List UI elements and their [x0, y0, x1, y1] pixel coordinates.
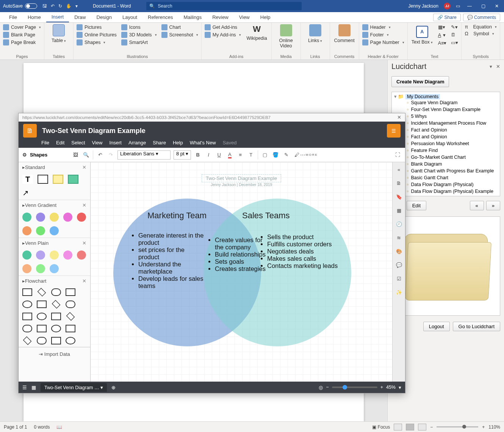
flow-shape[interactable] [22, 301, 32, 308]
page-number-button[interactable]: Page Number [362, 39, 404, 45]
section-close-icon[interactable]: ✕ [82, 164, 86, 170]
tree-item[interactable]: Persuasion Map Worksheet [394, 140, 498, 147]
collapse-rail-icon[interactable]: « [396, 167, 402, 174]
tab-mailings[interactable]: Mailings [178, 12, 207, 22]
venn-right-circle[interactable] [203, 199, 351, 346]
signature-icon[interactable]: ✎▾ [451, 24, 458, 30]
autosave-toggle[interactable]: AutoSave [3, 3, 37, 9]
chip[interactable] [50, 264, 59, 273]
flow-shape[interactable] [52, 300, 61, 309]
zoom-out-icon[interactable]: − [326, 385, 329, 390]
note-shape[interactable] [53, 175, 63, 184]
tab-home[interactable]: Home [22, 12, 46, 22]
shapes-gear-icon[interactable]: ⚙ [22, 152, 27, 158]
menu-insert[interactable]: Insert [109, 140, 122, 146]
chip[interactable] [63, 213, 72, 222]
online-pictures-button[interactable]: Online Pictures [77, 32, 117, 38]
chart-button[interactable]: Chart [161, 24, 198, 30]
image-icon[interactable]: 🖼 [72, 151, 79, 159]
paint-icon[interactable]: 🪣 [272, 151, 279, 159]
toggle-icon[interactable] [25, 3, 37, 9]
search-box[interactable]: 🔍 Search [146, 2, 302, 10]
flow-shape[interactable] [38, 288, 46, 297]
my-addins-button[interactable]: My Add-ins [205, 32, 241, 38]
chip[interactable] [22, 226, 31, 235]
search-shapes-icon[interactable]: 🔍 [82, 151, 90, 159]
flow-shape[interactable] [37, 337, 47, 344]
bookmark-icon[interactable]: 🔖 [396, 194, 402, 201]
chip[interactable] [22, 264, 31, 273]
flow-shape[interactable] [66, 337, 75, 344]
fill-icon[interactable]: ▢ [261, 151, 269, 159]
tree-item[interactable]: Blank Diagram [394, 161, 498, 167]
panel-close-icon[interactable]: ✕ [496, 64, 500, 69]
hamburger-icon[interactable]: ☰ [387, 124, 401, 138]
tree-item[interactable]: Incident Management Process Flow [394, 120, 498, 127]
links-button[interactable]: Links [304, 24, 327, 43]
tree-item[interactable]: Basic Gantt Chart [394, 174, 498, 181]
edit-button[interactable]: Edit [407, 201, 426, 210]
save-icon[interactable]: 🖫 [42, 3, 47, 9]
object-icon[interactable]: ▭▾ [451, 40, 458, 45]
minimize-icon[interactable]: — [465, 3, 474, 9]
text-box-button[interactable]: AText Box [411, 24, 434, 46]
arrow-shape[interactable]: ↗ [22, 188, 29, 197]
chip[interactable] [36, 226, 45, 235]
tree-item[interactable]: 5 Whys [394, 113, 498, 120]
fullscreen-icon[interactable]: ⛶ [394, 151, 401, 159]
word-count[interactable]: 0 words [34, 424, 50, 430]
user-avatar[interactable]: JJ [444, 3, 451, 9]
chip[interactable] [77, 213, 86, 222]
tab-help[interactable]: Help [255, 12, 276, 22]
header-button[interactable]: Header [362, 24, 404, 30]
tree-item[interactable]: Fact and Opinion [394, 127, 498, 133]
venn-right-label[interactable]: Sales Teams [242, 211, 290, 221]
font-select[interactable]: Liberation Sans ▾ [117, 150, 171, 160]
toolbar-more-icon[interactable]: ⋯MORE [305, 151, 313, 159]
linecolor-icon[interactable]: 🖊 [293, 151, 301, 159]
page-count[interactable]: Page 1 of 1 [4, 424, 27, 430]
maximize-icon[interactable]: ▢ [479, 3, 487, 9]
wordart-icon[interactable]: A▾ [438, 32, 447, 38]
documents-tree[interactable]: ▾ 📁 My Documents Square Venn DiagramFour… [391, 92, 500, 196]
undo-editor-icon[interactable]: ↶ [96, 151, 104, 159]
share-button[interactable]: 🔗 Share [433, 14, 460, 21]
flow-shape[interactable] [22, 313, 32, 320]
chip[interactable] [22, 250, 31, 260]
tree-item[interactable]: Gantt Chart with Progress Bar Example [394, 167, 498, 174]
next-page-button[interactable]: » [486, 201, 500, 210]
canvas[interactable]: Two-Set Venn Diagram Example Jenny Jacks… [91, 162, 392, 382]
editor-close-icon[interactable]: ✕ [397, 114, 401, 120]
line-icon[interactable]: ✎ [282, 151, 290, 159]
textsize-icon[interactable]: T [247, 151, 255, 159]
menu-file[interactable]: File [41, 140, 49, 146]
close-icon[interactable]: ✕ [493, 3, 501, 9]
zoom-menu-icon[interactable]: ▾ [399, 385, 401, 390]
flow-shape[interactable] [37, 325, 47, 332]
print-layout-icon[interactable] [406, 424, 414, 430]
menu-edit[interactable]: Edit [56, 140, 64, 146]
chip[interactable] [50, 250, 59, 260]
section-close-icon[interactable]: ✕ [82, 240, 86, 246]
section-close-icon[interactable]: ✕ [82, 278, 86, 284]
page-tab[interactable]: Two-Set Venn Diagram … ▾ [41, 383, 107, 392]
tab-review[interactable]: Review [207, 12, 234, 22]
menu-view[interactable]: View [92, 140, 103, 146]
panel-menu-icon[interactable]: ▾ [490, 64, 492, 69]
flow-shape[interactable] [51, 325, 61, 332]
section-flow[interactable]: Flowchart [25, 278, 46, 284]
comment-button[interactable]: Comment [333, 24, 356, 43]
tree-root[interactable]: My Documents [405, 94, 440, 99]
tree-item[interactable]: Fact and Opinion [394, 133, 498, 140]
goto-lucidchart-button[interactable]: Go to Lucidchart [453, 322, 500, 331]
venn-left-label[interactable]: Marketing Team [147, 211, 207, 221]
quickparts-icon[interactable]: ▦▾ [438, 24, 447, 30]
section-vplain[interactable]: Venn Plain [25, 240, 49, 246]
tree-item[interactable]: Data Flow Diagram (Physical) [394, 181, 498, 188]
diagram-title[interactable]: Two-Set Venn Diagram Example [42, 127, 146, 135]
zoom-out-word-icon[interactable]: − [430, 424, 433, 430]
fontsize-select[interactable]: 8 pt ▾ [174, 150, 191, 160]
lucidchart-home-icon[interactable]: 🗎 [23, 124, 37, 138]
section-standard[interactable]: Standard [25, 164, 45, 170]
menu-select[interactable]: Select [71, 140, 85, 146]
